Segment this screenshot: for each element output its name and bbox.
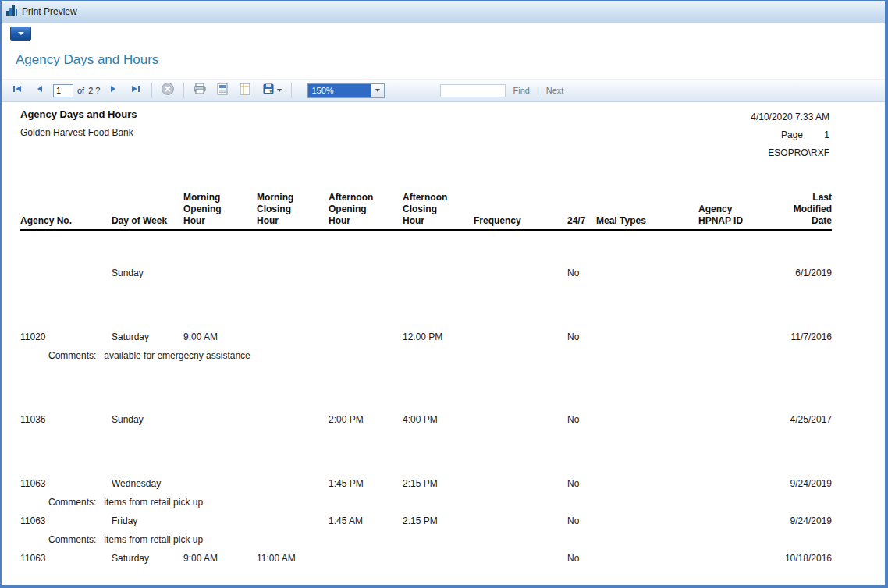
find-button[interactable]: Find xyxy=(513,86,529,95)
cell-day: Saturday xyxy=(112,331,183,343)
cell-hpnap xyxy=(698,552,784,565)
cell-afternoon_open: 2:00 PM xyxy=(329,413,403,426)
next-page-button[interactable] xyxy=(104,81,123,100)
cell-afternoon_open: 1:45 PM xyxy=(329,477,403,490)
cell-last_modified: 11/7/2016 xyxy=(784,331,832,343)
print-button[interactable] xyxy=(190,81,209,100)
cell-afternoon_open xyxy=(329,552,403,565)
cell-day: Sunday xyxy=(112,267,183,279)
comments-label: Comments: xyxy=(48,533,96,546)
titlebar: Print Preview xyxy=(2,1,885,23)
search-input[interactable] xyxy=(440,84,506,97)
cell-agency_no xyxy=(20,267,112,279)
cell-morning_close xyxy=(257,515,329,527)
cell-morning_close: 11:00 AM xyxy=(257,552,329,565)
table-row: SundayNo6/1/2019 xyxy=(20,267,832,279)
first-page-icon xyxy=(12,83,23,97)
chevron-down-icon xyxy=(277,89,282,92)
cell-afternoon_close xyxy=(403,552,474,565)
page-label: Page xyxy=(781,129,803,140)
cell-all_day: No xyxy=(567,413,596,426)
chevron-down-icon xyxy=(18,32,24,35)
page-setup-button[interactable] xyxy=(236,81,254,100)
last-page-button[interactable] xyxy=(126,81,145,100)
total-pages-label: 2 ? xyxy=(88,86,100,95)
column-header-hpnap: AgencyHPNAP ID xyxy=(698,204,784,227)
cell-all_day: No xyxy=(567,477,596,490)
chevron-down-icon xyxy=(375,89,380,92)
column-header-agency_no: Agency No. xyxy=(20,215,112,227)
caption-row: Agency Days and Hours xyxy=(2,44,885,79)
column-header-afternoon_close: AfternoonClosingHour xyxy=(403,192,474,227)
zoom-combobox[interactable]: 150% xyxy=(307,83,385,98)
cancel-rendering-button[interactable] xyxy=(158,81,177,100)
cell-agency_no: 11063 xyxy=(20,477,112,490)
column-header-all_day: 24/7 xyxy=(567,215,596,227)
cell-afternoon_open xyxy=(329,331,403,343)
cell-all_day: No xyxy=(567,515,596,527)
cell-hpnap xyxy=(698,413,784,426)
table-header-row: Agency No.Day of WeekMorningOpeningHourM… xyxy=(20,192,832,231)
cell-afternoon_close xyxy=(403,267,474,279)
cell-morning_open: 9:00 AM xyxy=(183,552,257,565)
comments-row: Comments:items from retail pick up xyxy=(48,533,832,546)
last-page-icon xyxy=(130,83,141,97)
report-table: Agency No.Day of WeekMorningOpeningHourM… xyxy=(20,192,832,565)
cell-day: Saturday xyxy=(112,552,183,565)
first-page-button[interactable] xyxy=(8,81,27,100)
report-header-right: 4/10/2020 7:33 AM Page1 ESOPRO\RXF xyxy=(751,108,829,162)
previous-page-icon xyxy=(34,83,45,97)
next-page-icon xyxy=(108,83,119,97)
column-header-meal_types: Meal Types xyxy=(596,215,698,227)
form-caption: Agency Days and Hours xyxy=(16,52,885,68)
print-preview-window: Print Preview Agency Days and Hours of 2… xyxy=(0,0,888,588)
cell-meal_types xyxy=(596,267,698,279)
page-number-input[interactable] xyxy=(53,84,73,97)
zoom-dropdown-button[interactable] xyxy=(371,84,384,97)
previous-page-button[interactable] xyxy=(30,81,49,100)
cell-morning_close xyxy=(257,267,329,279)
cell-last_modified: 9/24/2019 xyxy=(784,515,832,527)
cell-afternoon_close: 4:00 PM xyxy=(403,413,474,426)
column-header-frequency: Frequency xyxy=(474,215,567,227)
cell-day: Sunday xyxy=(112,413,183,426)
report-user: ESOPRO\RXF xyxy=(751,144,829,162)
print-layout-icon xyxy=(216,83,229,98)
find-next-separator: | xyxy=(537,86,539,95)
print-layout-button[interactable] xyxy=(213,81,232,100)
cell-last_modified: 6/1/2019 xyxy=(784,267,832,279)
export-save-icon xyxy=(262,83,275,98)
column-header-last_modified: LastModifiedDate xyxy=(784,192,832,227)
cell-all_day: No xyxy=(567,552,596,565)
cell-afternoon_close: 12:00 PM xyxy=(403,331,474,343)
cancel-icon xyxy=(161,82,175,99)
cell-last_modified: 10/18/2016 xyxy=(784,552,832,565)
cell-frequency xyxy=(474,552,567,565)
cell-hpnap xyxy=(698,267,784,279)
cell-meal_types xyxy=(596,515,698,527)
report-datetime: 4/10/2020 7:33 AM xyxy=(751,108,829,126)
cell-agency_no: 11036 xyxy=(20,413,112,426)
comments-text: available for emergecny assistance xyxy=(104,349,250,362)
toolbar-separator xyxy=(151,83,152,98)
column-header-day: Day of Week xyxy=(112,215,183,227)
export-button[interactable] xyxy=(258,81,285,100)
cell-day: Friday xyxy=(112,515,183,527)
of-label: of xyxy=(77,86,84,95)
cell-meal_types xyxy=(596,331,698,343)
cell-afternoon_open xyxy=(329,267,403,279)
cell-all_day: No xyxy=(567,267,596,279)
file-menu-button[interactable] xyxy=(10,27,31,41)
cell-day: Wednesday xyxy=(112,477,183,490)
table-row: 11063Wednesday1:45 PM2:15 PMNo9/24/2019 xyxy=(20,477,832,490)
find-next-button[interactable]: Next xyxy=(546,86,564,95)
comments-row: Comments:available for emergecny assista… xyxy=(48,349,832,362)
cell-afternoon_close: 2:15 PM xyxy=(403,515,474,527)
comments-text: items from retail pick up xyxy=(104,496,203,508)
report-toolbar: of 2 ? xyxy=(2,79,885,102)
cell-morning_open xyxy=(183,267,257,279)
cell-agency_no: 11020 xyxy=(20,331,112,343)
cell-morning_open: 9:00 AM xyxy=(183,331,257,343)
table-row: 11020Saturday9:00 AM12:00 PMNo11/7/2016 xyxy=(20,331,832,343)
printer-icon xyxy=(193,83,207,98)
